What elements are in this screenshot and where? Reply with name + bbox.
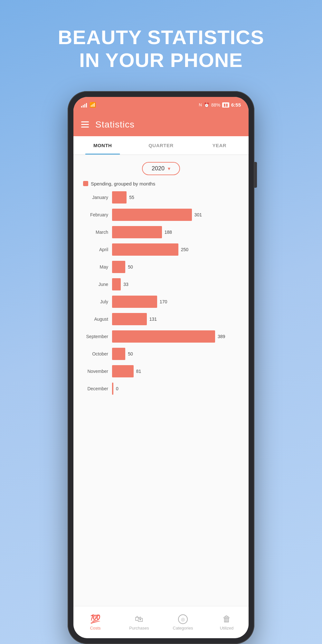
costs-label: Costs <box>90 626 100 630</box>
chart-row: May 50 <box>80 260 242 273</box>
chart-row: March 188 <box>80 226 242 239</box>
app-title: Statistics <box>95 119 135 130</box>
content-area: 2020 ▾ Spending, grouped by months Janua… <box>73 155 249 606</box>
chart-label: February <box>80 212 112 217</box>
alarm-icon: ⏰ <box>204 102 209 108</box>
chart-label: June <box>80 282 112 287</box>
chart-bar-wrap: 81 <box>112 365 242 377</box>
app-header: Statistics <box>73 113 249 136</box>
hamburger-menu[interactable] <box>81 121 89 128</box>
nav-item-utilized[interactable]: 🗑 Utilized <box>205 614 249 630</box>
signal-icon <box>81 102 87 108</box>
chart-bar <box>112 226 162 238</box>
chart-bar-wrap: 389 <box>112 330 242 343</box>
hero-title-line1: BEAUTY STATISTICS <box>0 26 322 49</box>
status-left: 📶 <box>81 102 96 108</box>
chart-bar <box>112 365 134 377</box>
battery-percent: 88% <box>211 102 220 108</box>
nfc-icon: N <box>199 102 202 107</box>
chart-value: 55 <box>129 195 134 200</box>
chart-value: 188 <box>165 230 172 235</box>
phone-screen: 📶 N ⏰ 88% ▮▮ 6:55 Statistics MONT <box>73 97 249 638</box>
year-value: 2020 <box>152 165 165 172</box>
chart-bar-wrap: 131 <box>112 313 242 325</box>
chart-value: 389 <box>218 334 225 339</box>
phone-wrapper: 📶 N ⏰ 88% ▮▮ 6:55 Statistics MONT <box>68 91 254 644</box>
chart-bar-wrap: 250 <box>112 243 242 256</box>
tab-month[interactable]: MONTH <box>73 136 132 155</box>
chart-row: September 389 <box>80 330 242 343</box>
chart-legend: Spending, grouped by months <box>73 178 249 191</box>
chart-label: April <box>80 247 112 252</box>
chart-label: October <box>80 351 112 356</box>
chart-container: January 55 February 301 March 188 April … <box>73 191 249 606</box>
purchases-label: Purchases <box>129 626 149 630</box>
chart-bar-wrap: 0 <box>112 383 242 395</box>
chart-row: July 170 <box>80 295 242 308</box>
chart-bar <box>112 191 127 204</box>
chart-value: 170 <box>160 299 167 304</box>
wifi-icon: 📶 <box>90 102 96 108</box>
chart-bar-wrap: 170 <box>112 296 242 308</box>
chart-row: October 50 <box>80 347 242 360</box>
nav-item-costs[interactable]: 💯 Costs <box>73 614 117 630</box>
hero-section: BEAUTY STATISTICS IN YOUR PHONE <box>0 0 322 72</box>
chart-label: May <box>80 264 112 270</box>
chart-bar-wrap: 55 <box>112 191 242 204</box>
chart-value: 33 <box>123 282 128 287</box>
chart-value: 131 <box>149 317 157 322</box>
tab-quarter[interactable]: QUARTER <box>132 136 190 155</box>
chart-bar-wrap: 50 <box>112 261 242 273</box>
chart-bar <box>112 383 113 395</box>
bottom-nav: 💯 Costs 🛍 Purchases ◎ Categories 🗑 Utili… <box>73 606 249 638</box>
chart-label: July <box>80 299 112 304</box>
nav-item-purchases[interactable]: 🛍 Purchases <box>117 614 161 630</box>
chart-bar <box>112 313 147 325</box>
chart-label: December <box>80 386 112 391</box>
chart-bar <box>112 348 125 360</box>
battery-icon: ▮▮ <box>222 102 229 108</box>
chart-bar <box>112 296 157 308</box>
chart-label: January <box>80 195 112 200</box>
chart-value: 50 <box>128 351 133 356</box>
utilized-label: Utilized <box>220 626 234 630</box>
chart-label: November <box>80 369 112 374</box>
chart-value: 0 <box>116 386 118 391</box>
chart-bar-wrap: 33 <box>112 278 242 290</box>
categories-label: Categories <box>173 626 193 630</box>
chart-value: 301 <box>194 212 202 217</box>
chart-bar-wrap: 301 <box>112 209 242 221</box>
legend-dot <box>83 181 88 186</box>
utilized-icon: 🗑 <box>223 614 231 624</box>
hero-title-line2: IN YOUR PHONE <box>0 49 322 71</box>
year-selector-row: 2020 ▾ <box>73 155 249 178</box>
chart-bar <box>112 330 215 343</box>
chart-bar-wrap: 188 <box>112 226 242 238</box>
chart-value: 81 <box>136 369 141 374</box>
year-selector[interactable]: 2020 ▾ <box>142 162 180 175</box>
phone-frame: 📶 N ⏰ 88% ▮▮ 6:55 Statistics MONT <box>68 91 254 644</box>
chart-bar <box>112 261 125 273</box>
chart-row: June 33 <box>80 278 242 291</box>
nav-item-categories[interactable]: ◎ Categories <box>161 614 205 630</box>
chart-row: April 250 <box>80 243 242 256</box>
chart-bar <box>112 209 192 221</box>
chart-row: February 301 <box>80 208 242 221</box>
chart-bar-wrap: 50 <box>112 348 242 360</box>
chart-value: 250 <box>181 247 188 252</box>
categories-icon: ◎ <box>178 614 188 624</box>
tabs-bar: MONTH QUARTER YEAR <box>73 136 249 155</box>
chart-label: September <box>80 334 112 339</box>
chart-row: August 131 <box>80 313 242 326</box>
time-display: 6:55 <box>231 102 241 108</box>
chart-row: December 0 <box>80 382 242 395</box>
chart-label: March <box>80 230 112 235</box>
chart-row: January 55 <box>80 191 242 204</box>
chevron-down-icon: ▾ <box>168 166 170 172</box>
status-right: N ⏰ 88% ▮▮ 6:55 <box>199 102 241 108</box>
chart-bar <box>112 243 178 256</box>
tab-year[interactable]: YEAR <box>190 136 249 155</box>
chart-value: 50 <box>128 264 133 270</box>
chart-row: November 81 <box>80 365 242 378</box>
purchases-icon: 🛍 <box>135 614 143 624</box>
